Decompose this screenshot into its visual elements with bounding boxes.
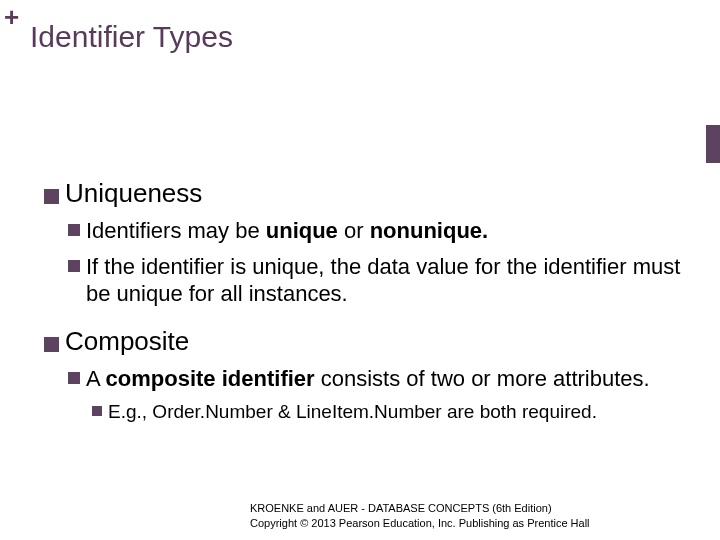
slide-content: Uniqueness Identifiers may be unique or … bbox=[44, 160, 700, 424]
sub-text: Identifiers may be unique or nonunique. bbox=[86, 217, 488, 245]
sub-item: A composite identifier consists of two o… bbox=[68, 365, 700, 393]
text-fragment: A bbox=[86, 366, 106, 391]
footer-line-1: KROENKE and AUER - DATABASE CONCEPTS (6t… bbox=[250, 501, 710, 515]
subsub-item: E.g., Order.Number & LineItem.Number are… bbox=[92, 400, 700, 424]
bullet-icon bbox=[68, 260, 80, 272]
sub-item: Identifiers may be unique or nonunique. bbox=[68, 217, 700, 245]
bullet-icon bbox=[44, 337, 59, 352]
text-fragment: or bbox=[338, 218, 370, 243]
section-heading: Composite bbox=[65, 326, 189, 357]
section-heading: Uniqueness bbox=[65, 178, 202, 209]
side-stripe bbox=[706, 125, 720, 163]
bullet-icon bbox=[68, 372, 80, 384]
slide-footer: KROENKE and AUER - DATABASE CONCEPTS (6t… bbox=[250, 501, 710, 530]
text-fragment: consists of two or more attributes. bbox=[315, 366, 650, 391]
slide-title: Identifier Types bbox=[30, 20, 233, 54]
footer-line-2: Copyright © 2013 Pearson Education, Inc.… bbox=[250, 516, 710, 530]
text-bold: unique bbox=[266, 218, 338, 243]
bullet-icon bbox=[44, 189, 59, 204]
sub-text: If the identifier is unique, the data va… bbox=[86, 253, 700, 308]
sub-item: If the identifier is unique, the data va… bbox=[68, 253, 700, 308]
subsub-text: E.g., Order.Number & LineItem.Number are… bbox=[108, 400, 597, 424]
text-fragment: Identifiers may be bbox=[86, 218, 266, 243]
text-bold: composite identifier bbox=[106, 366, 315, 391]
corner-plus-icon: + bbox=[4, 4, 19, 30]
sub-text: A composite identifier consists of two o… bbox=[86, 365, 650, 393]
bullet-icon bbox=[92, 406, 102, 416]
text-bold: nonunique. bbox=[370, 218, 489, 243]
bullet-icon bbox=[68, 224, 80, 236]
section-composite: Composite A composite identifier consist… bbox=[44, 326, 700, 424]
section-uniqueness: Uniqueness Identifiers may be unique or … bbox=[44, 178, 700, 308]
